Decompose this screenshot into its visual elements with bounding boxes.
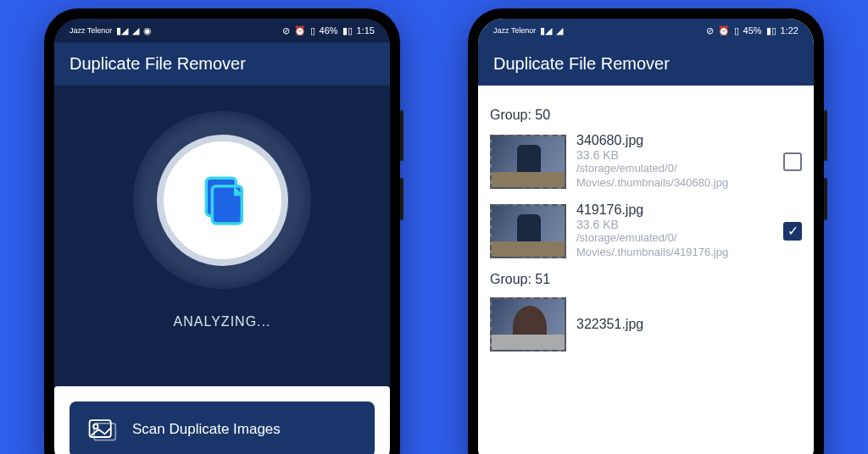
phone-side-button	[400, 110, 403, 161]
phone-side-button	[824, 110, 827, 161]
battery-icon: ▮▯	[342, 25, 353, 36]
scan-circle[interactable]	[157, 135, 288, 266]
file-thumbnail	[490, 297, 566, 352]
app-title-bar: Duplicate File Remover	[478, 42, 814, 86]
signal-icon: ◢	[132, 25, 139, 36]
clock-time: 1:22	[781, 25, 798, 36]
battery-percent: 46%	[320, 25, 338, 36]
select-checkbox[interactable]: ✓	[783, 222, 802, 241]
signal-icon: ▮◢	[116, 25, 128, 36]
group-header: Group: 50	[490, 108, 802, 123]
carrier-label: Jazz Telenor	[70, 27, 112, 35]
group-header: Group: 51	[490, 272, 802, 287]
file-name: 340680.jpg	[576, 133, 773, 148]
alarm-icon: ⏰	[294, 25, 306, 36]
alarm-icon: ⏰	[718, 25, 730, 36]
signal-icon: ◢	[556, 25, 563, 36]
file-info: 419176.jpg 33.6 KB /storage/emulated/0/ …	[576, 202, 773, 260]
analyzing-status: ANALYZING...	[174, 314, 271, 329]
scan-duplicate-images-button[interactable]: Scan Duplicate Images	[70, 401, 375, 454]
file-name: 419176.jpg	[576, 202, 773, 218]
file-size: 33.6 KB	[576, 218, 773, 231]
status-bar: Jazz Telenor ▮◢ ◢ ⊘ ⏰ ▯ 45% ▮▯ 1:22	[478, 19, 814, 42]
file-info: 322351.jpg	[576, 317, 802, 332]
documents-icon	[192, 170, 252, 230]
file-thumbnail	[490, 135, 566, 189]
battery-icon: ▯	[734, 25, 739, 36]
clock-time: 1:15	[357, 25, 375, 36]
app-title: Duplicate File Remover	[70, 54, 246, 73]
phone-1-frame: Jazz Telenor ▮◢ ◢ ◉ ⊘ ⏰ ▯ 46% ▮▯ 1:15 Du…	[44, 8, 400, 454]
bottom-panel: Scan Duplicate Images	[54, 386, 390, 454]
analyzing-panel: ANALYZING...	[54, 86, 390, 329]
file-row[interactable]: 340680.jpg 33.6 KB /storage/emulated/0/ …	[490, 133, 802, 191]
app-title: Duplicate File Remover	[493, 54, 670, 73]
file-info: 340680.jpg 33.6 KB /storage/emulated/0/ …	[576, 133, 773, 191]
file-path: Movies/.thumbnails/419176.jpg	[576, 246, 773, 260]
gallery-icon	[86, 417, 117, 442]
battery-percent: 45%	[743, 25, 762, 36]
phone-side-button	[400, 178, 403, 220]
file-name: 322351.jpg	[576, 317, 802, 332]
file-path: /storage/emulated/0/	[576, 231, 773, 246]
phone-2-screen: Jazz Telenor ▮◢ ◢ ⊘ ⏰ ▯ 45% ▮▯ 1:22 Dupl…	[478, 19, 814, 454]
file-row[interactable]: 322351.jpg	[490, 297, 802, 352]
app-title-bar: Duplicate File Remover	[54, 42, 390, 86]
battery-icon: ▮▯	[766, 25, 776, 36]
dnd-icon: ⊘	[706, 25, 714, 36]
file-path: /storage/emulated/0/	[576, 162, 773, 176]
duplicate-list: Group: 50 340680.jpg 33.6 KB /storage/em…	[478, 86, 814, 454]
scan-halo	[133, 111, 311, 289]
scan-button-label: Scan Duplicate Images	[132, 421, 281, 438]
phone-2-frame: Jazz Telenor ▮◢ ◢ ⊘ ⏰ ▯ 45% ▮▯ 1:22 Dupl…	[468, 8, 824, 454]
battery-icon: ▯	[310, 25, 315, 36]
phone-1-screen: Jazz Telenor ▮◢ ◢ ◉ ⊘ ⏰ ▯ 46% ▮▯ 1:15 Du…	[54, 19, 390, 454]
file-path: Movies/.thumbnails/340680.jpg	[576, 176, 773, 191]
select-checkbox[interactable]	[783, 152, 802, 171]
status-bar: Jazz Telenor ▮◢ ◢ ◉ ⊘ ⏰ ▯ 46% ▮▯ 1:15	[54, 19, 390, 42]
phone-side-button	[824, 178, 827, 220]
signal-icon: ▮◢	[540, 25, 552, 36]
file-thumbnail	[490, 204, 566, 258]
carrier-label: Jazz Telenor	[493, 27, 536, 35]
dnd-icon: ⊘	[282, 25, 290, 36]
file-size: 33.6 KB	[576, 148, 773, 162]
file-row[interactable]: 419176.jpg 33.6 KB /storage/emulated/0/ …	[490, 202, 802, 260]
messenger-icon: ◉	[143, 25, 152, 36]
